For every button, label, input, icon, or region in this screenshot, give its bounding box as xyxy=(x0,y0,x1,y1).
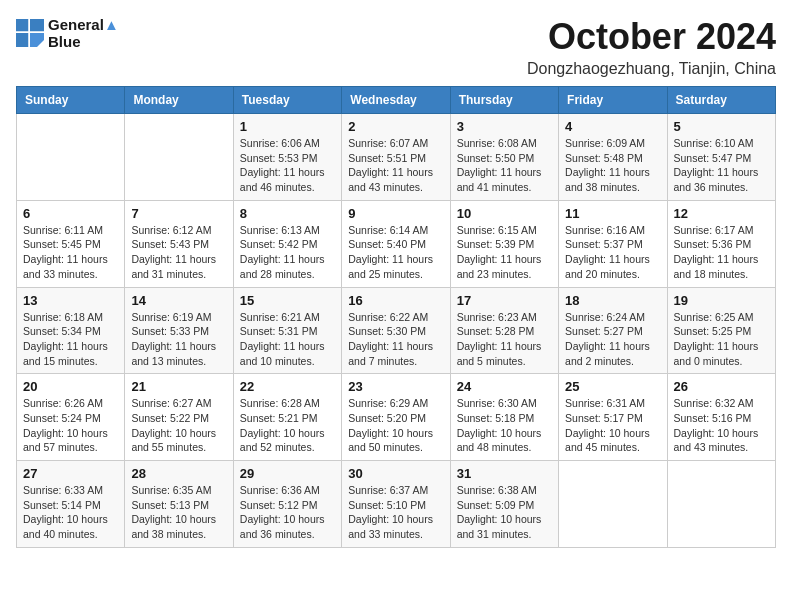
day-info: Sunrise: 6:08 AM Sunset: 5:50 PM Dayligh… xyxy=(457,136,552,195)
calendar-cell: 23Sunrise: 6:29 AM Sunset: 5:20 PM Dayli… xyxy=(342,374,450,461)
header-friday: Friday xyxy=(559,87,667,114)
day-number: 13 xyxy=(23,293,118,308)
day-number: 19 xyxy=(674,293,769,308)
day-number: 27 xyxy=(23,466,118,481)
day-info: Sunrise: 6:24 AM Sunset: 5:27 PM Dayligh… xyxy=(565,310,660,369)
calendar-cell xyxy=(125,114,233,201)
day-info: Sunrise: 6:22 AM Sunset: 5:30 PM Dayligh… xyxy=(348,310,443,369)
calendar-header-row: Sunday Monday Tuesday Wednesday Thursday… xyxy=(17,87,776,114)
calendar-cell: 18Sunrise: 6:24 AM Sunset: 5:27 PM Dayli… xyxy=(559,287,667,374)
day-number: 4 xyxy=(565,119,660,134)
day-number: 25 xyxy=(565,379,660,394)
day-number: 3 xyxy=(457,119,552,134)
day-info: Sunrise: 6:30 AM Sunset: 5:18 PM Dayligh… xyxy=(457,396,552,455)
calendar-cell: 20Sunrise: 6:26 AM Sunset: 5:24 PM Dayli… xyxy=(17,374,125,461)
day-number: 31 xyxy=(457,466,552,481)
calendar-cell: 29Sunrise: 6:36 AM Sunset: 5:12 PM Dayli… xyxy=(233,461,341,548)
day-number: 15 xyxy=(240,293,335,308)
calendar-cell: 16Sunrise: 6:22 AM Sunset: 5:30 PM Dayli… xyxy=(342,287,450,374)
calendar-cell: 31Sunrise: 6:38 AM Sunset: 5:09 PM Dayli… xyxy=(450,461,558,548)
calendar-cell: 24Sunrise: 6:30 AM Sunset: 5:18 PM Dayli… xyxy=(450,374,558,461)
calendar-cell: 8Sunrise: 6:13 AM Sunset: 5:42 PM Daylig… xyxy=(233,200,341,287)
day-info: Sunrise: 6:26 AM Sunset: 5:24 PM Dayligh… xyxy=(23,396,118,455)
day-number: 2 xyxy=(348,119,443,134)
day-number: 9 xyxy=(348,206,443,221)
day-number: 24 xyxy=(457,379,552,394)
calendar-cell: 10Sunrise: 6:15 AM Sunset: 5:39 PM Dayli… xyxy=(450,200,558,287)
day-info: Sunrise: 6:15 AM Sunset: 5:39 PM Dayligh… xyxy=(457,223,552,282)
day-number: 17 xyxy=(457,293,552,308)
day-number: 30 xyxy=(348,466,443,481)
day-info: Sunrise: 6:07 AM Sunset: 5:51 PM Dayligh… xyxy=(348,136,443,195)
calendar-cell: 6Sunrise: 6:11 AM Sunset: 5:45 PM Daylig… xyxy=(17,200,125,287)
calendar-week-5: 27Sunrise: 6:33 AM Sunset: 5:14 PM Dayli… xyxy=(17,461,776,548)
day-info: Sunrise: 6:27 AM Sunset: 5:22 PM Dayligh… xyxy=(131,396,226,455)
calendar-cell: 25Sunrise: 6:31 AM Sunset: 5:17 PM Dayli… xyxy=(559,374,667,461)
logo: General▲ Blue xyxy=(16,16,119,50)
calendar-cell: 28Sunrise: 6:35 AM Sunset: 5:13 PM Dayli… xyxy=(125,461,233,548)
calendar-cell: 12Sunrise: 6:17 AM Sunset: 5:36 PM Dayli… xyxy=(667,200,775,287)
day-number: 12 xyxy=(674,206,769,221)
day-number: 28 xyxy=(131,466,226,481)
calendar-cell: 14Sunrise: 6:19 AM Sunset: 5:33 PM Dayli… xyxy=(125,287,233,374)
day-info: Sunrise: 6:25 AM Sunset: 5:25 PM Dayligh… xyxy=(674,310,769,369)
day-info: Sunrise: 6:18 AM Sunset: 5:34 PM Dayligh… xyxy=(23,310,118,369)
day-number: 18 xyxy=(565,293,660,308)
day-info: Sunrise: 6:23 AM Sunset: 5:28 PM Dayligh… xyxy=(457,310,552,369)
calendar-cell: 5Sunrise: 6:10 AM Sunset: 5:47 PM Daylig… xyxy=(667,114,775,201)
day-info: Sunrise: 6:32 AM Sunset: 5:16 PM Dayligh… xyxy=(674,396,769,455)
calendar-cell: 30Sunrise: 6:37 AM Sunset: 5:10 PM Dayli… xyxy=(342,461,450,548)
calendar-week-3: 13Sunrise: 6:18 AM Sunset: 5:34 PM Dayli… xyxy=(17,287,776,374)
calendar-cell: 22Sunrise: 6:28 AM Sunset: 5:21 PM Dayli… xyxy=(233,374,341,461)
header-monday: Monday xyxy=(125,87,233,114)
day-info: Sunrise: 6:19 AM Sunset: 5:33 PM Dayligh… xyxy=(131,310,226,369)
day-number: 20 xyxy=(23,379,118,394)
calendar-cell: 15Sunrise: 6:21 AM Sunset: 5:31 PM Dayli… xyxy=(233,287,341,374)
day-info: Sunrise: 6:06 AM Sunset: 5:53 PM Dayligh… xyxy=(240,136,335,195)
day-number: 5 xyxy=(674,119,769,134)
header-tuesday: Tuesday xyxy=(233,87,341,114)
calendar-cell: 21Sunrise: 6:27 AM Sunset: 5:22 PM Dayli… xyxy=(125,374,233,461)
day-number: 6 xyxy=(23,206,118,221)
day-number: 1 xyxy=(240,119,335,134)
logo-text: General▲ Blue xyxy=(48,16,119,50)
header-sunday: Sunday xyxy=(17,87,125,114)
day-number: 21 xyxy=(131,379,226,394)
day-info: Sunrise: 6:29 AM Sunset: 5:20 PM Dayligh… xyxy=(348,396,443,455)
calendar-cell: 19Sunrise: 6:25 AM Sunset: 5:25 PM Dayli… xyxy=(667,287,775,374)
month-title: October 2024 xyxy=(527,16,776,58)
day-number: 14 xyxy=(131,293,226,308)
svg-marker-3 xyxy=(30,33,44,47)
calendar-cell: 27Sunrise: 6:33 AM Sunset: 5:14 PM Dayli… xyxy=(17,461,125,548)
calendar-cell: 17Sunrise: 6:23 AM Sunset: 5:28 PM Dayli… xyxy=(450,287,558,374)
calendar-cell: 4Sunrise: 6:09 AM Sunset: 5:48 PM Daylig… xyxy=(559,114,667,201)
calendar-cell xyxy=(17,114,125,201)
day-number: 8 xyxy=(240,206,335,221)
day-number: 26 xyxy=(674,379,769,394)
day-number: 16 xyxy=(348,293,443,308)
calendar-cell: 3Sunrise: 6:08 AM Sunset: 5:50 PM Daylig… xyxy=(450,114,558,201)
day-info: Sunrise: 6:17 AM Sunset: 5:36 PM Dayligh… xyxy=(674,223,769,282)
header-saturday: Saturday xyxy=(667,87,775,114)
day-number: 7 xyxy=(131,206,226,221)
header-wednesday: Wednesday xyxy=(342,87,450,114)
calendar-cell: 26Sunrise: 6:32 AM Sunset: 5:16 PM Dayli… xyxy=(667,374,775,461)
svg-rect-2 xyxy=(16,33,28,47)
day-number: 11 xyxy=(565,206,660,221)
day-info: Sunrise: 6:10 AM Sunset: 5:47 PM Dayligh… xyxy=(674,136,769,195)
day-info: Sunrise: 6:21 AM Sunset: 5:31 PM Dayligh… xyxy=(240,310,335,369)
day-number: 29 xyxy=(240,466,335,481)
calendar-week-2: 6Sunrise: 6:11 AM Sunset: 5:45 PM Daylig… xyxy=(17,200,776,287)
day-info: Sunrise: 6:14 AM Sunset: 5:40 PM Dayligh… xyxy=(348,223,443,282)
calendar-cell: 13Sunrise: 6:18 AM Sunset: 5:34 PM Dayli… xyxy=(17,287,125,374)
day-info: Sunrise: 6:37 AM Sunset: 5:10 PM Dayligh… xyxy=(348,483,443,542)
day-info: Sunrise: 6:16 AM Sunset: 5:37 PM Dayligh… xyxy=(565,223,660,282)
page-header: General▲ Blue October 2024 Dongzhaogezhu… xyxy=(16,16,776,78)
calendar-cell: 2Sunrise: 6:07 AM Sunset: 5:51 PM Daylig… xyxy=(342,114,450,201)
location: Dongzhaogezhuang, Tianjin, China xyxy=(527,60,776,78)
day-info: Sunrise: 6:28 AM Sunset: 5:21 PM Dayligh… xyxy=(240,396,335,455)
svg-rect-0 xyxy=(16,19,28,31)
day-info: Sunrise: 6:12 AM Sunset: 5:43 PM Dayligh… xyxy=(131,223,226,282)
calendar-week-4: 20Sunrise: 6:26 AM Sunset: 5:24 PM Dayli… xyxy=(17,374,776,461)
day-number: 22 xyxy=(240,379,335,394)
